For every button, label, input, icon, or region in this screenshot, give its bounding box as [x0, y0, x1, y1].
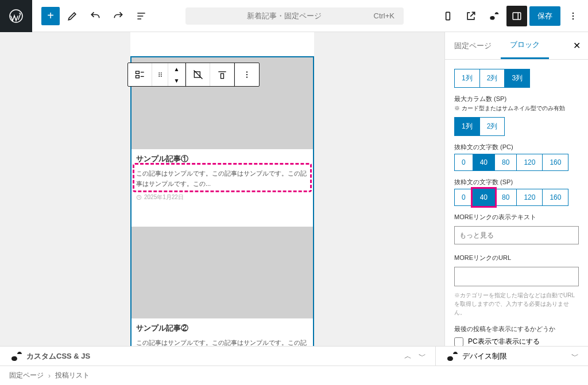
excerpt-pc-40[interactable]: 40 [473, 154, 495, 171]
svg-point-4 [572, 12, 574, 14]
excerpt-pc-120[interactable]: 120 [516, 154, 543, 171]
cols-1[interactable]: 1列 [454, 69, 480, 88]
excerpt-pc-80[interactable]: 80 [494, 154, 517, 171]
excerpt-pc-group: 0 40 80 120 160 [454, 154, 579, 171]
block-drag-handle-icon[interactable] [152, 63, 168, 86]
svg-rect-20 [220, 73, 223, 78]
svg-point-16 [160, 76, 161, 77]
edit-icon[interactable] [62, 6, 83, 26]
svg-rect-7 [136, 71, 139, 73]
editor-topbar: + 新着記事・固定ページ Ctrl+K 保存 [0, 0, 588, 32]
move-down-icon[interactable]: ▼ [168, 75, 185, 86]
breadcrumb-block[interactable]: 投稿リスト [55, 371, 90, 380]
max-cols-sp-group: 1列 2列 [454, 117, 579, 136]
chevron-down-icon[interactable]: ﹀ [419, 351, 426, 361]
excerpt-pc-0[interactable]: 0 [454, 154, 473, 171]
block-type-icon[interactable] [128, 63, 152, 86]
chevron-up-icon[interactable]: ︿ [404, 351, 412, 361]
external-preview-icon[interactable] [461, 6, 481, 26]
outline-icon[interactable] [131, 6, 152, 26]
article-card[interactable]: サンプル記事① この記事はサンプルです。この記事はサンプルです。この記事はサンプ… [130, 56, 314, 346]
swell-icon [445, 349, 459, 363]
block-more-icon[interactable] [235, 63, 259, 86]
more-url-label: MOREリンクのURL [454, 254, 579, 262]
excerpt-sp-40[interactable]: 40 [473, 189, 495, 206]
shortcut-hint: Ctrl+K [374, 11, 394, 20]
card-thumbnail [131, 227, 313, 318]
device-preview-icon[interactable] [438, 6, 458, 26]
svg-point-5 [572, 15, 574, 17]
breadcrumb: 固定ページ › 投稿リスト [0, 365, 588, 385]
custom-css-panel[interactable]: カスタムCSS & JS ︿ ﹀ デバイス制限 ﹀ [0, 346, 588, 365]
svg-point-21 [246, 71, 247, 72]
device-limit-panel[interactable]: デバイス制限 ﹀ [435, 347, 579, 365]
card-title: サンプル記事② [131, 318, 313, 336]
excerpt-highlight [133, 163, 312, 192]
sidebar-tabs: 固定ページ ブロック ✕ [445, 32, 588, 60]
svg-point-22 [246, 74, 247, 75]
more-text-input[interactable] [454, 226, 579, 244]
excerpt-pc-160[interactable]: 160 [542, 154, 568, 171]
card-date: 2025年1月22日 [131, 191, 313, 207]
canvas: ▲ ▼ サンプル記事① この記事はサンプルです。この記事はサンプルです。この記事… [0, 32, 444, 346]
pickup-toggle-icon[interactable] [186, 63, 210, 86]
swell-icon[interactable] [483, 6, 504, 26]
editor-main: ▲ ▼ サンプル記事① この記事はサンプルです。この記事はサンプルです。この記事… [0, 32, 588, 346]
close-sidebar-icon[interactable]: ✕ [565, 32, 588, 59]
svg-point-13 [158, 74, 160, 75]
excerpt-sp-160[interactable]: 160 [542, 189, 568, 206]
hide-pc-checkbox[interactable] [454, 337, 463, 347]
redo-icon[interactable] [108, 6, 129, 26]
excerpt-sp-label: 抜粋文の文字数 (SP) [454, 178, 579, 186]
excerpt-sp-group: 0 40 80 120 160 [454, 189, 579, 206]
settings-sidebar: 固定ページ ブロック ✕ 1列 2列 3列 最大カラム数 (SP) ※ カード型… [444, 32, 588, 346]
breadcrumb-separator: › [48, 372, 51, 380]
chevron-down-icon[interactable]: ﹀ [571, 351, 579, 361]
card-excerpt: この記事はサンプルです。この記事はサンプルです。この記事はサンプルです。この..… [131, 166, 313, 191]
sidebar-content: 1列 2列 3列 最大カラム数 (SP) ※ カード型またはサムネイル型でのみ有… [445, 60, 588, 346]
document-title: 新着記事・固定ページ [195, 11, 374, 21]
svg-point-23 [246, 76, 247, 77]
top-right-tools: 保存 [438, 6, 583, 26]
svg-point-6 [572, 18, 574, 20]
more-text-label: MOREリンクの表示テキスト [454, 213, 579, 221]
breadcrumb-page[interactable]: 固定ページ [9, 371, 44, 380]
svg-rect-2 [513, 13, 521, 20]
svg-rect-17 [194, 72, 200, 77]
move-up-icon[interactable]: ▲ [168, 63, 185, 75]
excerpt-sp-120[interactable]: 120 [516, 189, 543, 206]
max-cols-sp-label: 最大カラム数 (SP) [454, 95, 579, 103]
add-block-button[interactable]: + [41, 7, 60, 25]
card-title: サンプル記事① [131, 149, 313, 166]
margin-icon[interactable] [210, 63, 234, 86]
more-url-help: ※カテゴリーを指定した場合などは自動でURLを取得しますので、入力する必要はあり… [454, 291, 579, 317]
more-url-input[interactable] [454, 267, 579, 286]
tab-page[interactable]: 固定ページ [445, 32, 501, 59]
command-palette[interactable]: 新着記事・固定ページ Ctrl+K [185, 7, 404, 25]
tab-block[interactable]: ブロック [501, 32, 549, 59]
svg-point-11 [158, 72, 160, 73]
cols-3[interactable]: 3列 [504, 69, 530, 88]
wp-logo[interactable] [0, 0, 32, 32]
block-toolbar: ▲ ▼ [127, 63, 260, 87]
excerpt-sp-80[interactable]: 80 [494, 189, 517, 206]
save-button[interactable]: 保存 [529, 6, 560, 26]
clock-icon [136, 195, 142, 200]
cols-2[interactable]: 2列 [479, 69, 505, 88]
sp-cols-2[interactable]: 2列 [479, 117, 505, 136]
more-options-icon[interactable] [563, 6, 583, 26]
card-excerpt: この記事はサンプルです。この記事はサンプルです。この記事はサンプルです。この..… [131, 336, 313, 346]
hide-latest-label: 最後の投稿を非表示にするかどうか [454, 325, 579, 333]
svg-rect-8 [136, 76, 139, 78]
svg-point-15 [158, 76, 160, 77]
sp-cols-1[interactable]: 1列 [454, 117, 480, 136]
svg-point-12 [160, 72, 161, 73]
excerpt-pc-label: 抜粋文の文字数 (PC) [454, 143, 579, 151]
undo-icon[interactable] [85, 6, 106, 26]
excerpt-sp-0[interactable]: 0 [454, 189, 473, 206]
hide-pc-row[interactable]: PC表示で非表示にする [454, 337, 579, 346]
max-cols-sp-note: ※ カード型またはサムネイル型でのみ有効 [454, 104, 579, 112]
block-mover: ▲ ▼ [168, 63, 185, 86]
cols-top-group: 1列 2列 3列 [454, 69, 579, 88]
settings-sidebar-toggle[interactable] [506, 6, 527, 26]
